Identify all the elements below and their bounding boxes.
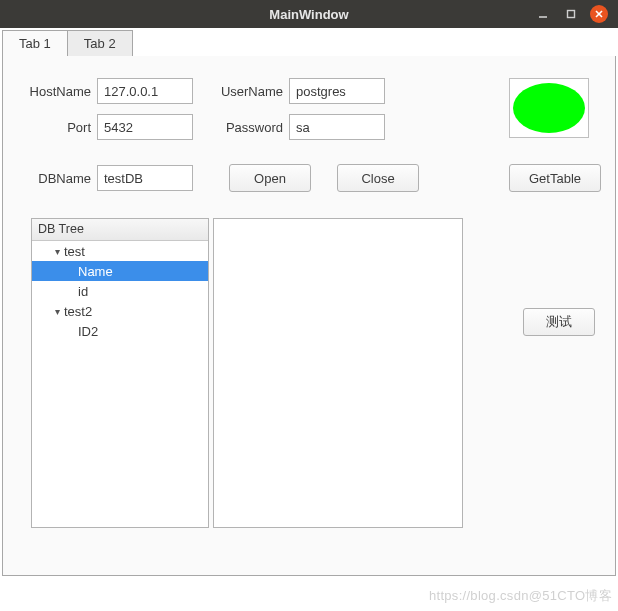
gettable-button[interactable]: GetTable (509, 164, 601, 192)
password-input[interactable] (289, 114, 385, 140)
close-icon[interactable] (590, 5, 608, 23)
window-title: MainWindow (0, 7, 618, 22)
tree-node-label: test (64, 244, 85, 259)
titlebar: MainWindow (0, 0, 618, 28)
db-tree[interactable]: DB Tree ▾ test Name id ▾ test2 ID2 (31, 218, 209, 528)
hostname-label: HostName (17, 84, 97, 99)
tree-node-test2[interactable]: ▾ test2 (32, 301, 208, 321)
dbname-label: DBName (17, 171, 97, 186)
svg-rect-1 (568, 11, 575, 18)
status-ellipse-icon (513, 83, 585, 133)
dbname-input[interactable] (97, 165, 193, 191)
result-list[interactable] (213, 218, 463, 528)
port-label: Port (17, 120, 97, 135)
tab-strip: Tab 1 Tab 2 (0, 28, 618, 56)
maximize-icon[interactable] (562, 5, 580, 23)
tree-leaf-label: Name (78, 264, 113, 279)
hostname-input[interactable] (97, 78, 193, 104)
status-indicator-box (509, 78, 589, 138)
username-label: UserName (213, 84, 289, 99)
tree-node-test[interactable]: ▾ test (32, 241, 208, 261)
window-controls (534, 0, 614, 28)
tab-1[interactable]: Tab 1 (2, 30, 68, 57)
tree-leaf-label: ID2 (78, 324, 98, 339)
db-tree-header: DB Tree (32, 219, 208, 241)
chevron-down-icon[interactable]: ▾ (50, 306, 64, 317)
username-input[interactable] (289, 78, 385, 104)
chevron-down-icon[interactable]: ▾ (50, 246, 64, 257)
tab-page: HostName UserName Port Password DBName O… (2, 56, 616, 576)
watermark: https://blog.csdn@51CTO博客 (429, 587, 612, 605)
minimize-icon[interactable] (534, 5, 552, 23)
open-button[interactable]: Open (229, 164, 311, 192)
tree-leaf-id[interactable]: id (32, 281, 208, 301)
tree-node-label: test2 (64, 304, 92, 319)
password-label: Password (213, 120, 289, 135)
test-button[interactable]: 测试 (523, 308, 595, 336)
close-button[interactable]: Close (337, 164, 419, 192)
tab-2[interactable]: Tab 2 (67, 30, 133, 56)
port-input[interactable] (97, 114, 193, 140)
tree-leaf-name[interactable]: Name (32, 261, 208, 281)
tree-leaf-id2[interactable]: ID2 (32, 321, 208, 341)
tree-leaf-label: id (78, 284, 88, 299)
